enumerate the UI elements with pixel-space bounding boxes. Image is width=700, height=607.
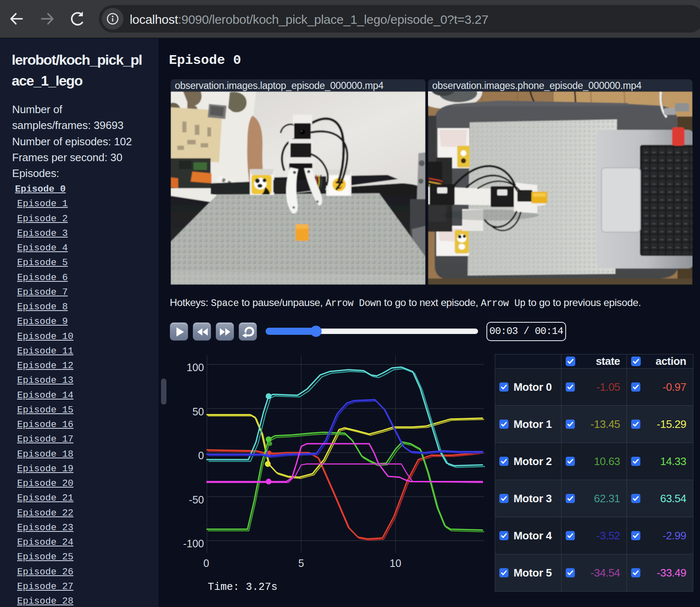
svg-text:-100: -100 [183,538,204,549]
svg-text:10: 10 [390,557,401,569]
svg-text:0: 0 [204,557,209,569]
svg-text:5: 5 [298,557,304,569]
svg-text:0: 0 [198,450,204,461]
svg-text:50: 50 [192,406,204,417]
svg-text:-50: -50 [189,494,204,506]
svg-text:100: 100 [186,362,204,373]
